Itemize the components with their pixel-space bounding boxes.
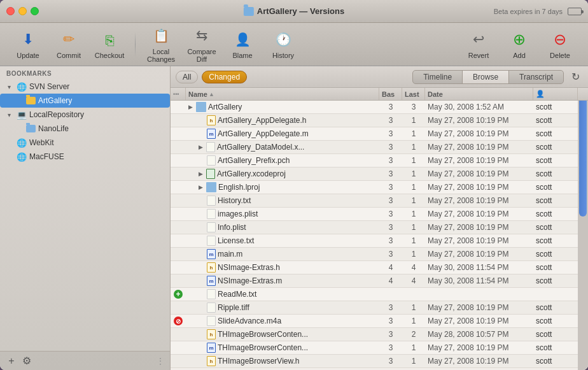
add-button[interactable]: Add xyxy=(501,27,537,62)
table-row[interactable]: ArtGallery_Prefix.pch31May 27, 2008 10:1… xyxy=(171,154,588,167)
file-icon xyxy=(206,182,216,192)
expand-arrow[interactable]: ▶ xyxy=(199,171,203,177)
table-row[interactable]: License.txt31May 27, 2008 10:19 PMscott xyxy=(171,234,588,248)
tab-timeline[interactable]: Timeline xyxy=(413,71,463,83)
table-row[interactable]: ▶ArtGallery.xcodeproj31May 27, 2008 10:1… xyxy=(171,167,588,181)
close-button[interactable] xyxy=(6,7,15,15)
row-status xyxy=(171,355,186,367)
table-row[interactable]: mTHImageBrowserConten...31May 27, 2008 1… xyxy=(171,341,588,355)
sidebar-item-macfuse[interactable]: 🌐 MacFUSE xyxy=(0,150,170,164)
row-user: scott xyxy=(533,355,578,367)
traffic-lights xyxy=(6,7,39,15)
tab-browse[interactable]: Browse xyxy=(463,71,509,83)
sidebar-settings-button[interactable]: ⚙ xyxy=(20,355,33,367)
table-row[interactable]: Info.plist31May 27, 2008 10:19 PMscott xyxy=(171,221,588,234)
row-status xyxy=(171,261,186,274)
row-user: scott xyxy=(533,248,578,260)
col-date[interactable]: Date xyxy=(425,88,533,100)
table-row[interactable]: hNSImage-Extras.h44May 30, 2008 11:54 PM… xyxy=(171,261,588,274)
row-base xyxy=(379,288,402,301)
minimize-button[interactable] xyxy=(18,7,27,15)
table-row[interactable]: hTHImageBrowserView.h31May 27, 2008 10:1… xyxy=(171,355,588,368)
scrollbar-track[interactable] xyxy=(578,88,588,370)
row-name: ReadMe.txt xyxy=(186,288,379,301)
table-row[interactable]: Ripple.tiff31May 27, 2008 10:19 PMscott xyxy=(171,301,588,315)
table-row[interactable]: mNSImage-Extras.m44May 30, 2008 11:54 PM… xyxy=(171,274,588,288)
sidebar-item-local-repo[interactable]: ▾ 💻 LocalRepository xyxy=(0,108,170,122)
sidebar-item-artgallery[interactable]: ArtGallery xyxy=(0,94,170,108)
col-user[interactable]: 👤 xyxy=(533,88,578,100)
row-date: May 27, 2008 10:19 PM xyxy=(425,114,533,127)
refresh-button[interactable]: ↻ xyxy=(568,69,583,85)
file-icon: h xyxy=(207,356,216,366)
file-icon xyxy=(207,222,216,232)
table-row[interactable]: ⊘SlideAdvance.m4a31May 27, 2008 10:19 PM… xyxy=(171,315,588,328)
view-tabs: Timeline Browse Transcript xyxy=(412,70,564,84)
delete-button[interactable]: Delete xyxy=(542,27,578,62)
row-user: scott xyxy=(533,114,578,127)
row-date: May 27, 2008 10:19 PM xyxy=(425,154,533,167)
row-user: scott xyxy=(533,154,578,167)
compare-diff-button[interactable]: Compare Diff xyxy=(184,23,220,66)
table-row[interactable]: ▶ArtGallery_DataModel.x...31May 27, 2008… xyxy=(171,141,588,154)
del-status-icon: ⊘ xyxy=(174,317,183,325)
row-user: scott xyxy=(533,167,578,180)
add-status-icon: + xyxy=(174,290,183,299)
row-status xyxy=(171,167,186,180)
revert-button[interactable]: Revert xyxy=(461,27,496,62)
row-base: 3 xyxy=(379,341,402,354)
commit-button[interactable]: Commit xyxy=(51,27,87,62)
expand-arrow[interactable]: ▶ xyxy=(199,184,203,190)
sidebar-footer: + ⚙ ⋮ xyxy=(0,351,170,370)
row-base: 3 xyxy=(379,141,402,153)
sidebar-item-svn-server[interactable]: ▾ 🌐 SVN Server xyxy=(0,80,170,94)
row-user: scott xyxy=(533,328,578,341)
expand-arrow[interactable]: ▶ xyxy=(188,104,193,110)
row-name: ▶English.lproj xyxy=(186,181,379,194)
table-row[interactable]: hArtGallery_AppDelegate.h31May 27, 2008 … xyxy=(171,114,588,127)
row-user: scott xyxy=(533,127,578,140)
update-icon xyxy=(18,29,38,50)
filter-changed-button[interactable]: Changed xyxy=(202,71,247,83)
table-row[interactable]: mmain.m31May 27, 2008 10:19 PMscott xyxy=(171,248,588,261)
col-name[interactable]: Name ▲ xyxy=(186,88,379,100)
expand-arrow[interactable]: ▶ xyxy=(199,144,203,150)
sidebar-add-button[interactable]: + xyxy=(5,355,18,367)
sidebar-resize-handle[interactable]: ⋮ xyxy=(156,356,165,366)
sidebar-item-nanolife[interactable]: NanoLife xyxy=(0,122,170,136)
file-icon xyxy=(207,236,216,246)
scrollbar-thumb[interactable] xyxy=(579,89,587,217)
row-name: hTHImageBrowserConten... xyxy=(186,328,379,341)
checkout-icon xyxy=(99,29,120,50)
row-name: History.txt xyxy=(186,194,379,207)
row-date: May 27, 2008 10:19 PM xyxy=(425,355,533,367)
table-row[interactable]: images.plist31May 27, 2008 10:19 PMscott xyxy=(171,208,588,221)
filter-all-button[interactable]: All xyxy=(176,71,198,83)
file-table[interactable]: ▶ArtGallery33May 30, 2008 1:52 AMscotthA… xyxy=(171,101,588,370)
col-base[interactable]: Bas xyxy=(379,88,402,100)
table-row[interactable]: hTHImageBrowserConten...32May 28, 2008 1… xyxy=(171,328,588,341)
row-last: 4 xyxy=(402,274,425,287)
table-row[interactable]: History.txt31May 27, 2008 10:19 PMscott xyxy=(171,194,588,208)
row-date: May 27, 2008 10:19 PM xyxy=(425,127,533,140)
local-changes-button[interactable]: Local Changes xyxy=(143,23,179,66)
folder-icon xyxy=(244,7,254,16)
row-last: 2 xyxy=(402,328,425,341)
local-repo-icon: 💻 xyxy=(17,110,27,120)
row-user: scott xyxy=(533,234,578,247)
table-row[interactable]: mArtGallery_AppDelegate.m31May 27, 2008 … xyxy=(171,127,588,141)
checkout-button[interactable]: Checkout xyxy=(92,27,127,62)
table-row[interactable]: +ReadMe.txt xyxy=(171,288,588,301)
sidebar-item-webkit[interactable]: 🌐 WebKit xyxy=(0,136,170,150)
col-last[interactable]: Last xyxy=(402,88,425,100)
beta-notice: Beta expires in 7 days xyxy=(494,8,582,15)
row-base: 3 xyxy=(379,127,402,140)
update-button[interactable]: Update xyxy=(10,27,46,62)
blame-button[interactable]: Blame xyxy=(225,27,260,62)
tab-transcript[interactable]: Transcript xyxy=(509,71,563,83)
table-row[interactable]: ▶English.lproj31May 27, 2008 10:19 PMsco… xyxy=(171,181,588,194)
row-name: ▶ArtGallery.xcodeproj xyxy=(186,167,379,180)
history-button[interactable]: History xyxy=(265,27,301,62)
maximize-button[interactable] xyxy=(31,7,39,15)
table-row[interactable]: ▶ArtGallery33May 30, 2008 1:52 AMscott xyxy=(171,101,588,114)
